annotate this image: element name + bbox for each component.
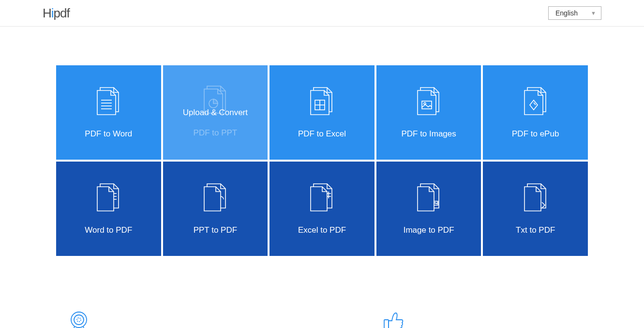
document-epub-icon — [522, 87, 550, 117]
tile-label: Word to PDF — [85, 225, 132, 235]
tile-label: PDF to PPT — [163, 128, 268, 138]
tile-label: Image to PDF — [404, 225, 454, 235]
tile-label: Excel to PDF — [298, 225, 346, 235]
tile-word-to-pdf[interactable]: Word to PDF — [56, 162, 161, 256]
document-excel-inv-icon — [308, 183, 336, 213]
feature-award — [67, 309, 91, 328]
svg-rect-20 — [384, 320, 389, 328]
svg-point-18 — [74, 315, 84, 325]
dropdown-arrow-icon: ▼ — [591, 10, 596, 16]
tile-label: PDF to Word — [85, 129, 132, 139]
tile-pdf-to-images[interactable]: PDF to Images — [376, 65, 481, 160]
tile-label: PDF to ePub — [512, 129, 559, 139]
tile-image-to-pdf[interactable]: Image to PDF — [376, 162, 481, 256]
features-row — [0, 275, 644, 328]
language-selector[interactable]: English ▼ — [548, 6, 601, 20]
feature-thumbs-up — [381, 309, 405, 328]
tile-pdf-to-ppt[interactable]: Upload & Convert PDF to PPT — [163, 65, 268, 160]
document-image-inv-icon — [415, 183, 443, 213]
tile-excel-to-pdf[interactable]: Excel to PDF — [270, 162, 374, 256]
tile-grid: PDF to Word Upload & Convert PDF to PPT — [56, 65, 588, 256]
tile-pdf-to-epub[interactable]: PDF to ePub — [483, 65, 588, 160]
tile-pdf-to-word[interactable]: PDF to Word — [56, 65, 161, 160]
document-txt-inv-icon — [522, 183, 550, 213]
language-label: English — [555, 9, 578, 17]
document-word-icon — [94, 87, 122, 117]
header: Hipdf English ▼ — [0, 0, 644, 27]
document-excel-icon — [308, 87, 336, 117]
tile-pdf-to-excel[interactable]: PDF to Excel — [270, 65, 374, 160]
document-image-icon — [415, 87, 443, 117]
svg-point-19 — [77, 318, 81, 322]
svg-point-17 — [71, 312, 87, 328]
tile-ppt-to-pdf[interactable]: PPT to PDF — [163, 162, 268, 256]
tile-txt-to-pdf[interactable]: Txt to PDF — [483, 162, 588, 256]
document-ppt-inv-icon — [201, 183, 229, 213]
logo[interactable]: Hipdf — [43, 6, 70, 21]
tile-label: PPT to PDF — [194, 225, 237, 235]
tile-label: PDF to Excel — [298, 129, 346, 139]
award-icon — [67, 309, 91, 328]
tile-label: PDF to Images — [401, 129, 456, 139]
tile-hover-label: Upload & Convert — [163, 108, 268, 118]
tile-label: Txt to PDF — [516, 225, 555, 235]
thumbs-up-icon — [381, 309, 405, 328]
main: PDF to Word Upload & Convert PDF to PPT — [0, 27, 644, 275]
document-word-inv-icon — [94, 183, 122, 213]
